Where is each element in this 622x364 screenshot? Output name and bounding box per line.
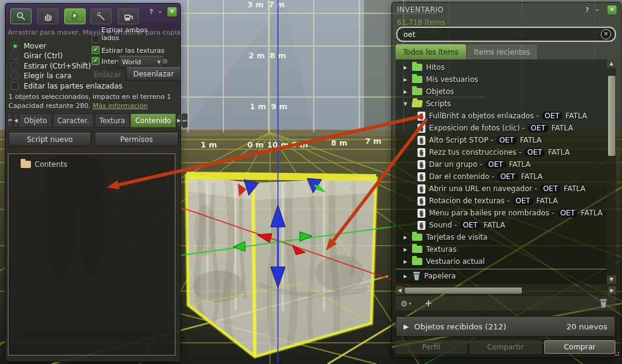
inventory-folder-mis-vestuarios[interactable]: ▶Mis vestuarios: [396, 73, 606, 86]
permissions-button[interactable]: Permisos: [95, 133, 178, 146]
snap-checkbox[interactable]: ✓: [92, 57, 100, 65]
stretch-both-checkbox[interactable]: [92, 35, 100, 43]
inventory-folder-texturas[interactable]: ▶Texturas: [396, 243, 606, 255]
tab-contenido[interactable]: Contenido: [130, 113, 176, 127]
tab-scroll-last-icon[interactable]: ⏭: [182, 113, 188, 127]
tab-todos-los-items[interactable]: Todos los ítems: [396, 44, 466, 59]
inventory-tabs: Todos los ítems Ítems recientes: [396, 44, 538, 59]
contents-panel[interactable]: Contents: [8, 153, 175, 356]
expand-arrow-icon[interactable]: ▼: [404, 101, 410, 107]
scrollbar-thumb[interactable]: [608, 76, 615, 156]
expand-arrow-icon[interactable]: ▶: [404, 89, 410, 95]
edit-tool-button[interactable]: [64, 8, 86, 24]
chevron-down-icon: ▼: [157, 59, 161, 65]
unlink-button[interactable]: Desenlazar: [126, 67, 181, 81]
minimize-button[interactable]: –: [158, 7, 162, 16]
gear-menu-button[interactable]: ⚙▾: [401, 299, 411, 308]
radio-icon[interactable]: [11, 62, 19, 70]
help-button[interactable]: ?: [586, 5, 589, 15]
move-tool-button[interactable]: [37, 8, 58, 24]
inventory-item-script[interactable]: §Dar el contenido - OET FATLA: [396, 170, 606, 183]
contents-root-folder[interactable]: Contents: [21, 160, 67, 169]
tab-caracter[interactable]: Caracter.: [53, 113, 94, 127]
radio-mover[interactable]: Mover: [11, 41, 46, 50]
link-button[interactable]: Enlazar: [90, 69, 124, 81]
expand-arrow-icon[interactable]: ▶: [404, 247, 410, 252]
inventory-item-script[interactable]: §Rezz tus construcciones - OET FATLA: [396, 146, 606, 158]
bulldozer-icon: [123, 12, 134, 21]
item-label: Abrir una URL en navegador - OET FATLA: [429, 184, 586, 193]
share-button[interactable]: Compartir: [470, 340, 541, 354]
inventory-folder-papelera[interactable]: ▶Papelera: [396, 270, 606, 282]
radio-icon[interactable]: [11, 42, 19, 50]
inventory-search-input[interactable]: oet ✕: [396, 27, 616, 42]
radio-estirar[interactable]: Estirar (Ctrl+Shift): [11, 61, 91, 70]
stretch-both-label: Estirar ambos lados: [101, 26, 162, 42]
trash-icon[interactable]: [600, 299, 607, 308]
expand-arrow-icon[interactable]: ▶: [404, 235, 410, 240]
inventory-folder-vestuario-actual[interactable]: ▶Vestuario actual: [396, 255, 606, 268]
item-label: Tarjetas de visita: [426, 233, 487, 241]
horizontal-scrollbar[interactable]: ◀ ▶: [396, 286, 616, 294]
tab-scroll-left-icon[interactable]: ◀: [13, 113, 18, 127]
radio-girar[interactable]: Girar (Ctrl): [11, 51, 63, 60]
more-info-link[interactable]: Más información: [93, 102, 148, 110]
focus-tool-button[interactable]: [10, 8, 32, 24]
tab-items-recientes[interactable]: Ítems recientes: [467, 44, 538, 59]
received-items-label: Objetos recibidos (212): [414, 322, 566, 331]
close-button[interactable]: ✕: [607, 5, 617, 15]
received-items-panel[interactable]: ▶ Objetos recibidos (212) 20 nuevos: [396, 316, 615, 337]
inventory-folder-hitos[interactable]: ▶Hitos: [396, 61, 606, 73]
tab-objeto[interactable]: Objeto: [19, 113, 52, 127]
inventory-item-script[interactable]: §Menu para bailes pre nombrados - OET FA…: [396, 207, 606, 219]
clear-search-icon[interactable]: ✕: [601, 29, 611, 39]
item-label: Sound - OET FATLA: [429, 221, 505, 229]
scrollbar-thumb[interactable]: [405, 288, 522, 294]
expand-arrow-icon[interactable]: ▶: [404, 259, 410, 265]
ruler-label: 3 m: [247, 0, 263, 9]
inventory-folder-objetos[interactable]: ▶Objetos: [396, 86, 606, 98]
close-button[interactable]: ✕: [167, 7, 177, 17]
minimize-button[interactable]: –: [596, 5, 600, 15]
inventory-item-script[interactable]: §Abrir una URL en navegador - OET FATLA: [396, 183, 606, 195]
inventory-item-script[interactable]: §Dar un grupo - OET FATLA: [396, 158, 606, 170]
inventory-item-script[interactable]: §Rotacion de texturas - OET FATLA: [396, 195, 606, 207]
inventory-folder-tarjetas-de-visita[interactable]: ▶Tarjetas de visita: [396, 231, 606, 243]
expand-arrow-icon[interactable]: ▶: [404, 65, 410, 70]
inventory-item-script[interactable]: §Exposicion de fotos (clic) - OET FATLA: [396, 122, 606, 134]
inventory-folder-scripts[interactable]: ▼Scripts: [396, 98, 606, 110]
tab-scroll-right-icon[interactable]: ▶: [177, 113, 181, 127]
new-script-button[interactable]: Script nuevo: [8, 133, 91, 146]
help-button[interactable]: ?: [149, 7, 153, 16]
profile-button[interactable]: Perfil: [396, 340, 467, 354]
scroll-up-icon[interactable]: ▲: [607, 59, 616, 68]
scroll-left-icon[interactable]: ◀: [396, 286, 404, 294]
item-label: Dar un grupo - OET FATLA: [429, 160, 530, 169]
create-tool-button[interactable]: [90, 8, 112, 24]
vertical-scrollbar[interactable]: ▲ ▼: [607, 59, 616, 284]
tab-textura[interactable]: Textura: [95, 113, 130, 127]
search-match-highlight: OET: [513, 197, 533, 205]
checkbox-icon[interactable]: [11, 82, 19, 90]
inventory-item-script[interactable]: §Sound - OET FATLA: [396, 219, 606, 231]
expand-arrow-icon[interactable]: ▶: [404, 77, 410, 83]
grid-options-icon[interactable]: ⚙: [162, 58, 168, 66]
inventory-item-script[interactable]: §Alto Script STOP - OET FATLA: [396, 134, 606, 146]
tab-scroll-first-icon[interactable]: ⏮: [7, 113, 13, 127]
grid-mode-dropdown[interactable]: World ▼: [118, 56, 164, 68]
radio-icon[interactable]: [11, 52, 19, 59]
item-label: Dar el contenido - OET FATLA: [429, 172, 543, 181]
scroll-down-icon[interactable]: ▼: [607, 275, 616, 284]
edit-linked-checkbox[interactable]: Editar las partes enlazadas: [11, 81, 123, 90]
radio-elegir-cara[interactable]: Elegir la cara: [11, 71, 72, 80]
land-tool-button[interactable]: [118, 8, 139, 24]
scroll-right-icon[interactable]: ▶: [608, 286, 616, 294]
add-new-button[interactable]: +: [425, 298, 433, 309]
expand-arrow-icon[interactable]: ▶: [404, 323, 408, 331]
expand-arrow-icon[interactable]: ▶: [404, 274, 410, 279]
inventory-item-script[interactable]: §FullBriht a objetos enlazados - OET FAT…: [396, 110, 606, 122]
resize-grip[interactable]: [614, 350, 620, 356]
buy-button[interactable]: Comprar: [544, 340, 615, 354]
stretch-textures-checkbox[interactable]: ✓: [92, 46, 100, 54]
radio-icon[interactable]: [11, 72, 19, 79]
